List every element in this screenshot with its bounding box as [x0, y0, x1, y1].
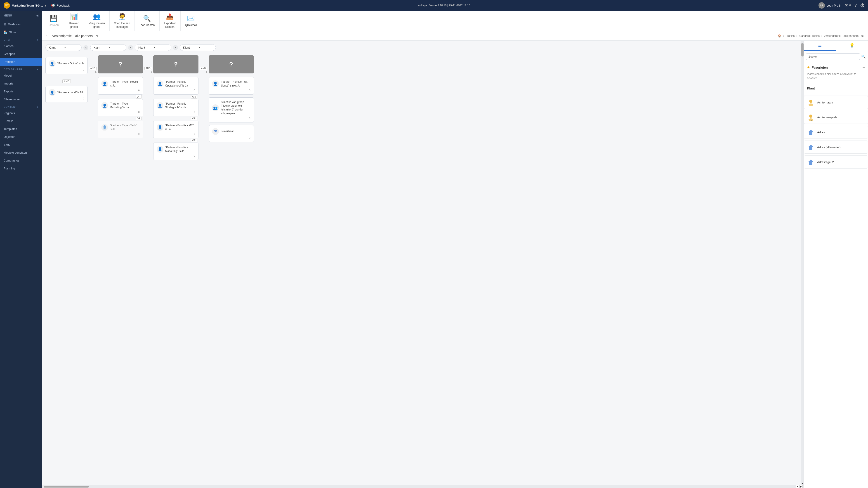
sidebar-item-groepen[interactable]: Groepen	[0, 50, 42, 58]
feedback-button[interactable]: 📢 Feedback	[51, 3, 70, 8]
filter-1[interactable]: Klant ▾	[45, 44, 82, 51]
toolbar-bereken-profiel[interactable]: 📊 Berekenprofiel	[64, 11, 84, 31]
bereken-icon: 📊	[70, 13, 78, 20]
sidebar-item-paginas[interactable]: Pagina's	[0, 109, 42, 117]
content-area: 💾 Opslaan 📊 Berekenprofiel 👥 Voeg toe aa…	[42, 11, 868, 488]
flow-col-2: ? 👤 "Partner - Type - Resell" is Ja 0 OR	[98, 55, 143, 141]
sidebar: MENU ◀ ⊞ Dashboard 🏪 Store CRM ▾ Klanten…	[0, 11, 42, 488]
filter-row: Klant ▾ × Klant ▾ × Klant ▾ × Kl	[45, 44, 800, 51]
toolbar-voeg-campagne[interactable]: 🧑‍💼 Voeg toe aancampagne	[110, 11, 135, 31]
toolbar-toon-klanten[interactable]: 🔍 Toon klanten	[135, 11, 159, 31]
breadcrumb-standard-profiles[interactable]: Standard Profiles	[799, 34, 819, 37]
svg-marker-9	[808, 160, 814, 165]
panel-item-adresregel2[interactable]: Adresregel 2	[804, 156, 868, 168]
panel-item-adres[interactable]: Adres	[804, 126, 868, 139]
horizontal-scrollbar[interactable]: ◀ ▶	[42, 485, 804, 488]
sidebar-item-profielen[interactable]: Profielen	[0, 58, 42, 66]
toolbar-voeg-groep[interactable]: 👥 Voeg toe aangroep	[84, 11, 110, 31]
node-functie-mt[interactable]: 👤 "Partner - Functie - MT" is Ja 0	[153, 121, 198, 138]
sidebar-item-model[interactable]: Model	[0, 72, 42, 79]
sidebar-section-databeheer[interactable]: DATABEHEER ▾	[0, 66, 42, 72]
star-icon: ★	[807, 66, 810, 69]
list-icon: ☰	[818, 43, 822, 48]
filter-3[interactable]: Klant ▾	[135, 44, 171, 51]
connector-1-2: AND	[88, 55, 98, 73]
filter-4-chevron-icon: ▾	[199, 46, 213, 49]
toolbar-opslaan[interactable]: 💾 Opslaan	[43, 11, 64, 31]
panel-item-achternaam[interactable]: Achternaam	[804, 96, 868, 109]
page-title: Verzendprofiel - alle partners - NL	[52, 34, 775, 38]
team-chevron-icon[interactable]: ▾	[45, 4, 46, 7]
node-is-mailbaar[interactable]: ✉ Is mailbaar 0	[209, 125, 254, 142]
filter-2-close-button[interactable]: ×	[128, 45, 133, 50]
tab-lightbulb[interactable]: 💡	[836, 41, 868, 51]
node-niet-lid-groep[interactable]: 👥 Is niet lid van groep 'Tijdelijk afgem…	[209, 97, 254, 123]
search-input[interactable]	[806, 53, 860, 60]
sidebar-section-content[interactable]: CONTENT ▾	[0, 103, 42, 109]
panel-item-adres-alt[interactable]: Adres (alternatief)	[804, 140, 868, 154]
node-functie-marketing[interactable]: 👤 "Partner - Functie - Marketing" is Ja …	[153, 142, 198, 160]
sidebar-item-campagnes[interactable]: Campagnes	[0, 157, 42, 164]
toolbar-quickmail[interactable]: ✉️ Quickmail	[181, 11, 202, 31]
house-icon-adres	[807, 128, 815, 136]
filter-4[interactable]: Klant ▾	[180, 44, 216, 51]
sidebar-item-emails[interactable]: E-mails	[0, 117, 42, 125]
sidebar-item-sms[interactable]: SMS	[0, 141, 42, 149]
node-opt-in-text: "Partner - Opt in" is Ja	[57, 62, 84, 66]
sidebar-item-store[interactable]: 🏪 Store	[0, 28, 42, 36]
favorites-collapse-button[interactable]: −	[862, 65, 865, 70]
panel-item-achtervoegsels[interactable]: Jr. Achtervoegsels	[804, 111, 868, 124]
scroll-right-button[interactable]: ▶	[800, 485, 803, 488]
home-icon[interactable]: 🏠	[778, 34, 781, 37]
sidebar-item-klanten[interactable]: Klanten	[0, 42, 42, 50]
save-icon: 💾	[50, 15, 58, 22]
help-icon[interactable]: ?	[855, 3, 857, 8]
back-button[interactable]: ←	[45, 33, 50, 38]
sidebar-section-crm[interactable]: CRM ▾	[0, 36, 42, 42]
search-bar: 🔍	[804, 51, 868, 62]
vertical-scrollbar[interactable]: ▼	[801, 41, 804, 485]
mail-button[interactable]: ✉ 0	[845, 3, 851, 8]
node-type-tech[interactable]: 👤 "Partner - Type - Tech" is Ja 0	[98, 121, 143, 138]
search-button[interactable]: 🔍	[861, 55, 866, 59]
node-type-marketing[interactable]: 👤 "Partner - Type - Marketing" is Ja 0	[98, 99, 143, 117]
node-type-resell[interactable]: 👤 "Partner - Type - Resell" is Ja 0	[98, 77, 143, 95]
user-profile[interactable]: LP Leon Pruijn	[818, 2, 842, 8]
filter-3-close-button[interactable]: ×	[173, 45, 178, 50]
filter-1-close-button[interactable]: ×	[84, 45, 88, 50]
person-icon-6: 👤	[157, 80, 163, 87]
sidebar-item-imports[interactable]: Imports	[0, 79, 42, 88]
svg-marker-7	[808, 144, 814, 150]
sidebar-collapse-icon[interactable]: ◀	[36, 14, 38, 17]
node-partner-opt-in[interactable]: 👤 "Partner - Opt in" is Ja 0	[45, 57, 88, 74]
toolbar-exporteer[interactable]: 📤 ExporteerKlanten	[160, 11, 181, 31]
power-icon[interactable]: ⏻	[860, 3, 864, 8]
node-functie-uit-dienst[interactable]: 👤 "Partner - Functie - Uit dienst" is ni…	[209, 77, 254, 95]
filter-2[interactable]: Klant ▾	[90, 44, 126, 51]
group-icon: 👥	[212, 104, 219, 111]
sidebar-item-objecten[interactable]: Objecten	[0, 133, 42, 141]
bereken-label: Berekenprofiel	[69, 22, 79, 29]
node-partner-land[interactable]: 👤 "Partner - Land" is NL 0	[45, 86, 88, 103]
klant-collapse-button[interactable]: −	[862, 86, 865, 91]
sidebar-item-dashboard[interactable]: ⊞ Dashboard	[0, 20, 42, 28]
scroll-down-button[interactable]: ▼	[801, 482, 804, 485]
node-functie-strategisch[interactable]: 👤 "Partner - Functie - Strategisch" is J…	[153, 99, 198, 117]
placeholder-4[interactable]: ?	[209, 55, 254, 73]
page-header: ← Verzendprofiel - alle partners - NL 🏠 …	[42, 31, 868, 41]
team-logo[interactable]: MT Marketing Team ITG ... ▾	[4, 2, 46, 8]
sidebar-item-exports[interactable]: Exports	[0, 88, 42, 95]
user-name: Leon Pruijn	[827, 4, 842, 7]
placeholder-3[interactable]: ?	[153, 55, 198, 73]
exporteer-label: ExporteerKlanten	[164, 22, 176, 29]
sidebar-item-filemanager[interactable]: Filemanager	[0, 95, 42, 103]
placeholder-2[interactable]: ?	[98, 55, 143, 73]
flow-area[interactable]: Klant ▾ × Klant ▾ × Klant ▾ × Kl	[42, 41, 804, 488]
node-functie-operationeel[interactable]: 👤 "Partner - Functie - Operationeel" is …	[153, 77, 198, 95]
breadcrumb-profiles[interactable]: Profiles	[785, 34, 795, 37]
scroll-left-button[interactable]: ◀	[796, 485, 799, 488]
sidebar-item-planning[interactable]: Planning	[0, 164, 42, 172]
tab-list[interactable]: ☰	[804, 41, 836, 51]
sidebar-item-mobiele-berichten[interactable]: Mobiele berichten	[0, 149, 42, 157]
sidebar-item-templates[interactable]: Templates	[0, 125, 42, 133]
